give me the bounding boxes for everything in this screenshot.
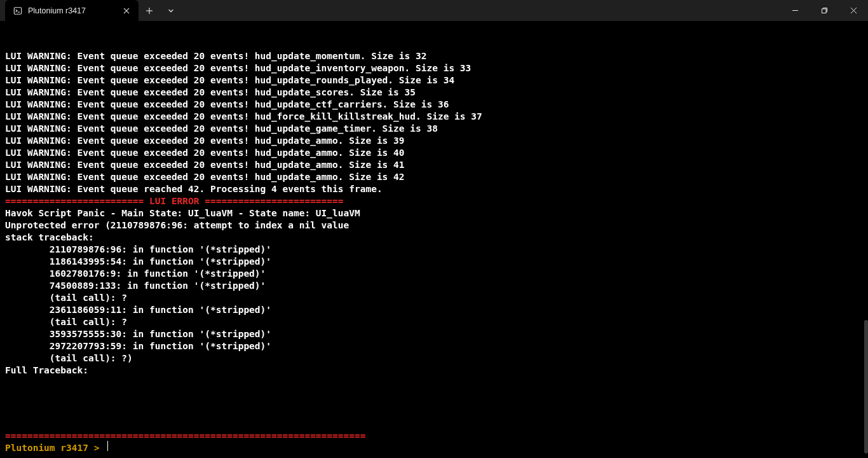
console-line: (tail call): ? xyxy=(5,292,863,304)
console-line: (tail call): ?) xyxy=(5,352,863,364)
tab-active[interactable]: Plutonium r3417 xyxy=(5,0,139,21)
console-line: LUI WARNING: Event queue exceeded 20 eve… xyxy=(5,87,863,99)
minimize-button[interactable] xyxy=(780,0,810,21)
console-output: LUI WARNING: Event queue exceeded 20 eve… xyxy=(5,50,863,377)
tab-dropdown-button[interactable] xyxy=(160,0,182,21)
scrollbar-thumb[interactable] xyxy=(864,320,868,454)
terminal-icon xyxy=(13,6,23,16)
tab-strip: Plutonium r3417 xyxy=(0,0,182,21)
titlebar: Plutonium r3417 xyxy=(0,0,868,21)
svg-rect-0 xyxy=(14,7,21,14)
console-line: Havok Script Panic - Main State: UI_luaV… xyxy=(5,207,863,219)
maximize-button[interactable] xyxy=(810,0,839,21)
console-line: 2361186059:11: in function '(*stripped)' xyxy=(5,304,863,316)
console-line: LUI WARNING: Event queue exceeded 20 eve… xyxy=(5,147,863,159)
console-line: 74500889:133: in function '(*stripped)' xyxy=(5,280,863,292)
terminal-viewport[interactable]: LUI WARNING: Event queue exceeded 20 eve… xyxy=(0,21,868,458)
tab-title: Plutonium r3417 xyxy=(28,6,116,15)
prompt-text: Plutonium r3417 > xyxy=(5,442,105,454)
prompt-row[interactable]: Plutonium r3417 > xyxy=(5,441,108,454)
console-line: stack traceback: xyxy=(5,232,863,244)
console-line: ========================= LUI ERROR ====… xyxy=(5,195,863,207)
input-cursor xyxy=(107,441,108,451)
scrollbar[interactable] xyxy=(863,21,868,458)
console-line: 2972207793:59: in function '(*stripped)' xyxy=(5,340,863,352)
console-line: LUI WARNING: Event queue exceeded 20 eve… xyxy=(5,171,863,183)
console-line: LUI WARNING: Event queue exceeded 20 eve… xyxy=(5,159,863,171)
console-line: LUI WARNING: Event queue exceeded 20 eve… xyxy=(5,50,863,62)
console-line: LUI WARNING: Event queue exceeded 20 eve… xyxy=(5,111,863,123)
svg-rect-7 xyxy=(822,9,826,13)
console-line: Full Traceback: xyxy=(5,364,863,377)
console-line: LUI WARNING: Event queue exceeded 20 eve… xyxy=(5,99,863,111)
console-line: 1186143995:54: in function '(*stripped)' xyxy=(5,256,863,268)
close-button[interactable] xyxy=(839,0,868,21)
console-line: 1602780176:9: in function '(*stripped)' xyxy=(5,268,863,280)
console-line: 2110789876:96: in function '(*stripped)' xyxy=(5,244,863,256)
tab-close-button[interactable] xyxy=(121,5,132,17)
console-line: LUI WARNING: Event queue reached 42. Pro… xyxy=(5,183,863,195)
console-line: LUI WARNING: Event queue exceeded 20 eve… xyxy=(5,74,863,87)
console-line: LUI WARNING: Event queue exceeded 20 eve… xyxy=(5,135,863,147)
console-line: (tail call): ? xyxy=(5,316,863,328)
titlebar-drag-region[interactable] xyxy=(182,0,780,21)
console-line: LUI WARNING: Event queue exceeded 20 eve… xyxy=(5,62,863,74)
console-line: Unprotected error (2110789876:96: attemp… xyxy=(5,219,863,232)
window-controls xyxy=(780,0,868,21)
new-tab-button[interactable] xyxy=(139,0,160,21)
console-line: 3593575555:30: in function '(*stripped)' xyxy=(5,328,863,340)
console-line: LUI WARNING: Event queue exceeded 20 eve… xyxy=(5,123,863,135)
